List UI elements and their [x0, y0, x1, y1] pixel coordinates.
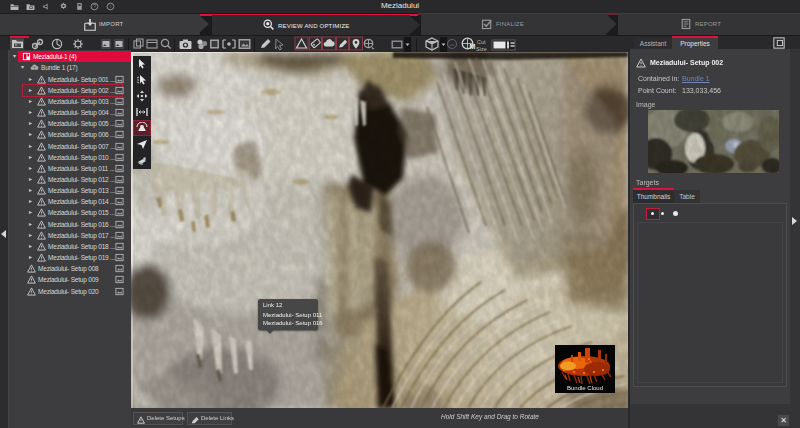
svg-text:Cut: Cut: [477, 39, 486, 45]
svg-text:M: M: [470, 43, 476, 50]
svg-text:Size: Size: [476, 46, 487, 52]
